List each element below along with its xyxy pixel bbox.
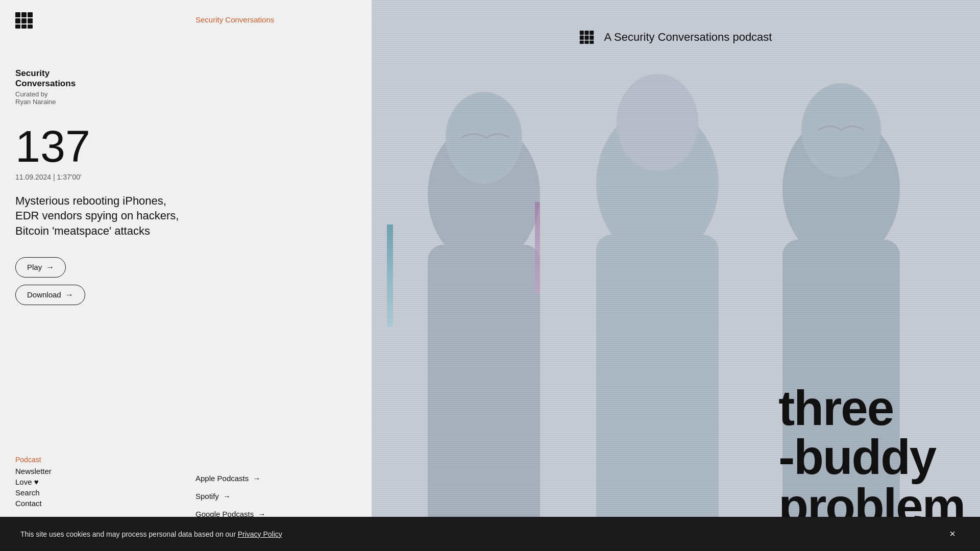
left-panel: Security Conversations Security Conversa… (0, 0, 372, 551)
content-area: Security Conversations Curated by Ryan N… (15, 43, 356, 445)
svg-rect-8 (28, 24, 33, 29)
episode-number: 137 (15, 124, 356, 169)
sidebar-nav (15, 12, 38, 31)
svg-rect-7 (28, 18, 33, 23)
logo-icon (15, 12, 38, 29)
curator-name: Ryan Naraine (15, 98, 356, 106)
svg-rect-18 (580, 31, 584, 35)
episode-meta: 11.09.2024 | 1:37'00' (15, 173, 356, 181)
tbp-line1: three (778, 384, 965, 433)
color-stripe-left (387, 224, 393, 327)
cookie-text: This site uses cookies and may process p… (20, 530, 282, 538)
svg-rect-0 (15, 12, 20, 17)
curated-by-label: Curated by (15, 90, 356, 98)
svg-rect-1 (15, 18, 20, 23)
action-buttons: Play → Download → (15, 257, 356, 312)
svg-rect-24 (590, 31, 594, 35)
play-arrow-icon: → (46, 263, 54, 272)
three-buddy-text: three -buddy problem (778, 384, 965, 531)
apple-podcasts-link[interactable]: Apple Podcasts → (195, 472, 265, 485)
color-stripe-mid (535, 202, 540, 294)
apple-podcasts-arrow-icon: → (253, 474, 260, 483)
spotify-link[interactable]: Spotify → (195, 490, 265, 503)
apple-podcasts-label: Apple Podcasts (195, 474, 249, 483)
svg-rect-20 (580, 41, 584, 44)
svg-rect-19 (580, 36, 584, 40)
svg-rect-4 (21, 18, 27, 23)
nav-love[interactable]: Love ♥ (15, 478, 356, 486)
download-arrow-icon: → (65, 290, 74, 299)
svg-rect-3 (21, 12, 27, 17)
nav-search[interactable]: Search (15, 488, 356, 497)
play-button[interactable]: Play → (15, 257, 66, 278)
cookie-banner: This site uses cookies and may process p… (0, 517, 980, 551)
download-button[interactable]: Download → (15, 285, 85, 305)
svg-rect-13 (596, 235, 719, 551)
svg-rect-26 (590, 41, 594, 44)
tbp-line2: -buddy (778, 433, 965, 482)
svg-rect-25 (590, 36, 594, 40)
main-layout: Security Conversations Security Conversa… (0, 0, 980, 551)
cookie-close-button[interactable]: × (945, 526, 960, 542)
platforms-section: Apple Podcasts → Spotify → Google Podcas… (195, 472, 265, 520)
svg-rect-23 (584, 41, 589, 44)
nav-newsletter[interactable]: Newsletter (15, 467, 356, 475)
episode-title: Mysterious rebooting iPhones, EDR vendor… (15, 193, 189, 239)
svg-rect-6 (28, 12, 33, 17)
right-panel: A Security Conversations podcast three -… (372, 0, 980, 551)
svg-point-14 (617, 74, 698, 171)
right-panel-logo: A Security Conversations podcast (580, 31, 772, 44)
nav-section-label: Podcast (15, 456, 356, 464)
svg-rect-5 (21, 24, 27, 29)
podcast-show-name: Security Conversations (15, 68, 356, 89)
site-logo-link[interactable] (15, 21, 38, 30)
right-panel-logo-icon (580, 31, 598, 44)
svg-point-11 (446, 92, 522, 184)
show-info: Security Conversations Curated by Ryan N… (15, 68, 356, 106)
spotify-label: Spotify (195, 492, 219, 500)
svg-rect-21 (584, 31, 589, 35)
spotify-arrow-icon: → (223, 492, 231, 500)
svg-rect-10 (428, 245, 540, 551)
nav-contact[interactable]: Contact (15, 499, 356, 508)
breadcrumb-link[interactable]: Security Conversations (195, 15, 274, 24)
breadcrumb[interactable]: Security Conversations (195, 15, 274, 24)
svg-rect-22 (584, 36, 589, 40)
svg-rect-2 (15, 24, 20, 29)
privacy-policy-link[interactable]: Privacy Policy (238, 530, 282, 538)
